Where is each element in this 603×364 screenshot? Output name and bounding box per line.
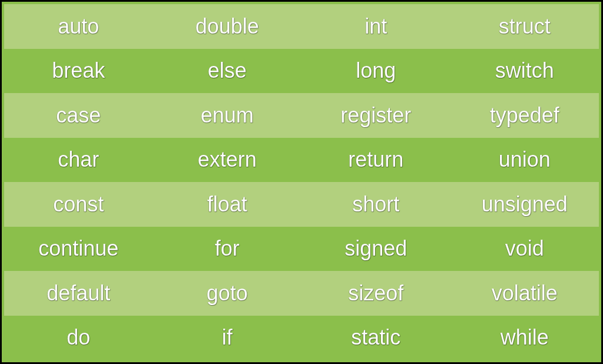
table-cell: extern <box>153 138 302 183</box>
table-row: break else long switch <box>4 49 599 94</box>
table-row: const float short unsigned <box>4 182 599 227</box>
table-cell: goto <box>153 271 302 316</box>
table-cell: unsigned <box>450 182 599 227</box>
keywords-table: auto double int struct break else long s… <box>4 4 599 360</box>
table-cell: default <box>4 271 153 316</box>
table-cell: register <box>302 93 450 138</box>
table-cell: enum <box>153 93 302 138</box>
table-row: auto double int struct <box>4 4 599 49</box>
table-cell: const <box>4 182 153 227</box>
table-cell: float <box>153 182 302 227</box>
table-cell: union <box>450 138 599 183</box>
table-cell: if <box>153 316 302 360</box>
table-cell: struct <box>450 4 599 49</box>
table-cell: long <box>302 49 450 94</box>
table-cell: switch <box>450 49 599 94</box>
table-frame: auto double int struct break else long s… <box>0 0 603 364</box>
table-cell: static <box>302 316 450 360</box>
table-row: char extern return union <box>4 138 599 183</box>
table-cell: else <box>153 49 302 94</box>
table-cell: continue <box>4 227 153 272</box>
table-cell: break <box>4 49 153 94</box>
table-cell: short <box>302 182 450 227</box>
table-cell: for <box>153 227 302 272</box>
table-cell: return <box>302 138 450 183</box>
table-cell: typedef <box>450 93 599 138</box>
table-cell: double <box>153 4 302 49</box>
table-row: default goto sizeof volatile <box>4 271 599 316</box>
table-cell: int <box>302 4 450 49</box>
table-cell: char <box>4 138 153 183</box>
table-cell: do <box>4 316 153 360</box>
table-cell: while <box>450 316 599 360</box>
table-cell: void <box>450 227 599 272</box>
table-row: case enum register typedef <box>4 93 599 138</box>
table-cell: auto <box>4 4 153 49</box>
table-cell: case <box>4 93 153 138</box>
table-cell: signed <box>302 227 450 272</box>
table-cell: sizeof <box>302 271 450 316</box>
table-cell: volatile <box>450 271 599 316</box>
table-row: continue for signed void <box>4 227 599 272</box>
table-row: do if static while <box>4 316 599 360</box>
